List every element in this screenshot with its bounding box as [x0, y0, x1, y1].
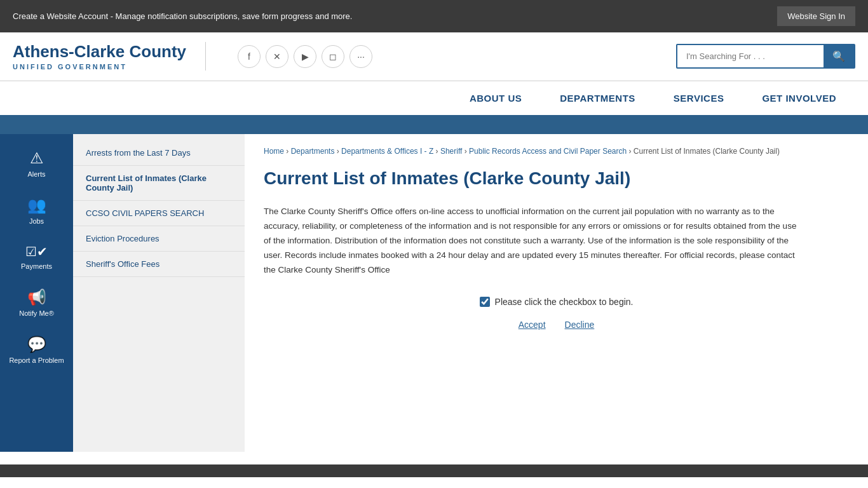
- alerts-label: Alerts: [27, 170, 45, 179]
- left-nav-fees[interactable]: Sheriff's Office Fees: [73, 252, 245, 277]
- breadcrumb-public-records[interactable]: Public Records Access and Civil Paper Se…: [469, 147, 627, 156]
- left-nav: Arrests from the Last 7 Days Current Lis…: [73, 134, 245, 452]
- more-icon[interactable]: ···: [349, 45, 372, 68]
- left-nav-inmates[interactable]: Current List of Inmates (Clarke County J…: [73, 166, 245, 201]
- left-nav-arrests[interactable]: Arrests from the Last 7 Days: [73, 140, 245, 166]
- checkbox-label: Please click the checkbox to begin.: [264, 297, 849, 307]
- page-title: Current List of Inmates (Clarke County J…: [264, 168, 849, 189]
- breadcrumb-sheriff[interactable]: Sheriff: [440, 147, 462, 156]
- sidebar-item-notify[interactable]: 📢 Notify Me®: [0, 280, 73, 327]
- sidebar-icons: ⚠ Alerts 👥 Jobs ☑✔ Payments 📢 Notify Me®…: [0, 134, 73, 452]
- main-layout: ⚠ Alerts 👥 Jobs ☑✔ Payments 📢 Notify Me®…: [0, 134, 868, 452]
- youtube-icon[interactable]: ▶: [294, 45, 316, 68]
- jobs-icon: 👥: [27, 196, 46, 214]
- action-links: Accept Decline: [264, 320, 849, 330]
- nav-get-involved[interactable]: GET INVOLVED: [743, 81, 855, 115]
- logo-title: Athens-Clarke County: [13, 42, 186, 62]
- sidebar-item-payments[interactable]: ☑✔ Payments: [0, 235, 73, 280]
- report-icon: 💬: [27, 336, 46, 353]
- sidebar-item-jobs[interactable]: 👥 Jobs: [0, 187, 73, 234]
- search-bar: 🔍: [676, 44, 855, 69]
- alerts-icon: ⚠: [30, 149, 44, 167]
- nav-services[interactable]: SERVICES: [654, 81, 743, 115]
- main-nav: ABOUT US DEPARTMENTS SERVICES GET INVOLV…: [0, 81, 868, 115]
- logo: Athens-Clarke County UNIFIED GOVERNMENT: [13, 42, 206, 71]
- social-icons: f ✕ ▶ ◻ ···: [238, 45, 372, 68]
- sign-in-button[interactable]: Website Sign In: [777, 6, 855, 26]
- blue-banner: [0, 115, 868, 134]
- breadcrumb: Home › Departments › Departments & Offic…: [264, 147, 849, 156]
- nav-about-us[interactable]: ABOUT US: [451, 81, 541, 115]
- footer: [0, 464, 868, 477]
- breadcrumb-home[interactable]: Home: [264, 147, 284, 156]
- left-nav-eviction[interactable]: Eviction Procedures: [73, 226, 245, 252]
- search-button[interactable]: 🔍: [824, 45, 854, 67]
- nav-departments[interactable]: DEPARTMENTS: [541, 81, 654, 115]
- header: Athens-Clarke County UNIFIED GOVERNMENT …: [0, 32, 868, 81]
- left-nav-civil-papers[interactable]: CCSO CIVIL PAPERS SEARCH: [73, 201, 245, 226]
- facebook-icon[interactable]: f: [238, 45, 261, 68]
- notify-icon: 📢: [27, 288, 46, 306]
- accept-link[interactable]: Accept: [519, 320, 546, 330]
- begin-checkbox[interactable]: [480, 297, 490, 307]
- breadcrumb-depts-offices[interactable]: Departments & Offices I - Z: [341, 147, 433, 156]
- twitter-x-icon[interactable]: ✕: [266, 45, 288, 68]
- checkbox-area: Please click the checkbox to begin.: [264, 297, 849, 307]
- page-body-text: The Clarke County Sheriff's Office offer…: [264, 205, 804, 278]
- report-label: Report a Problem: [9, 356, 64, 365]
- breadcrumb-current: Current List of Inmates (Clarke County J…: [634, 147, 780, 156]
- sidebar-item-report[interactable]: 💬 Report a Problem: [0, 327, 73, 374]
- search-input[interactable]: [677, 46, 824, 66]
- payments-icon: ☑✔: [25, 244, 48, 259]
- instagram-icon[interactable]: ◻: [322, 45, 344, 68]
- payments-label: Payments: [21, 262, 52, 271]
- top-banner: Create a Website Account - Manage notifi…: [0, 0, 868, 32]
- notify-label: Notify Me®: [19, 309, 54, 318]
- sidebar-item-alerts[interactable]: ⚠ Alerts: [0, 140, 73, 187]
- main-content: Home › Departments › Departments & Offic…: [245, 134, 868, 452]
- banner-message: Create a Website Account - Manage notifi…: [13, 11, 352, 21]
- decline-link[interactable]: Decline: [565, 320, 595, 330]
- jobs-label: Jobs: [29, 217, 44, 226]
- logo-subtitle: UNIFIED GOVERNMENT: [13, 63, 186, 71]
- breadcrumb-departments[interactable]: Departments: [291, 147, 335, 156]
